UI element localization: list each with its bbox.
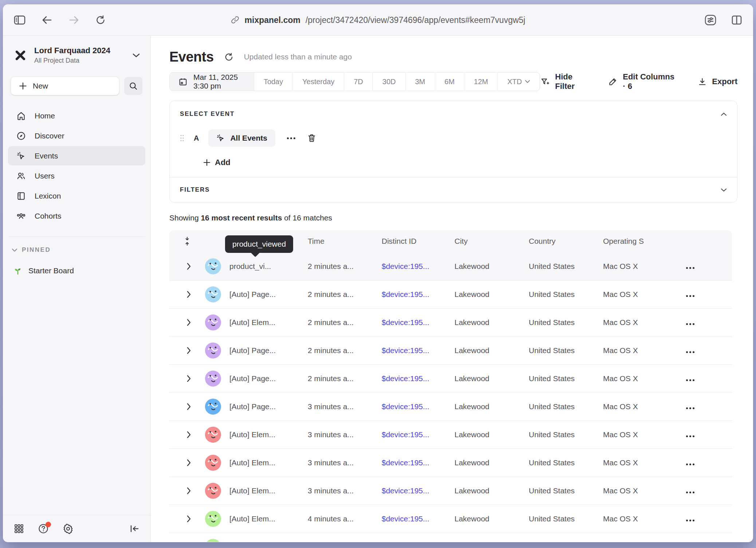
table-row[interactable] xyxy=(169,533,732,542)
apps-grid-icon[interactable] xyxy=(14,524,24,534)
range-7d[interactable]: 7D xyxy=(344,73,373,91)
notification-dot xyxy=(46,522,51,527)
table-row[interactable]: [Auto] Elem... 2 minutes a... $device:19… xyxy=(169,308,732,336)
back-button-icon[interactable] xyxy=(42,15,52,25)
sidebar-item-events[interactable]: Events xyxy=(8,146,145,165)
sidebar-item-home[interactable]: Home xyxy=(8,106,145,125)
cell-event: [Auto] Page... xyxy=(229,346,308,355)
row-actions-button[interactable] xyxy=(684,517,697,524)
row-actions-button[interactable] xyxy=(684,433,697,439)
chevron-down-icon xyxy=(525,80,530,83)
add-event-button[interactable]: Add xyxy=(203,158,231,167)
export-button[interactable]: Export xyxy=(698,77,737,86)
sidebar-item-lexicon[interactable]: Lexicon xyxy=(8,186,145,206)
expand-row-button[interactable] xyxy=(169,431,197,438)
expand-row-button[interactable] xyxy=(169,459,197,466)
col-header-country[interactable]: Country xyxy=(529,237,603,246)
cell-distinct-id[interactable]: $device:195... xyxy=(382,514,454,523)
pinned-item-starter-board[interactable]: Starter Board xyxy=(12,266,142,275)
collapse-rows-icon[interactable] xyxy=(169,236,197,246)
cell-distinct-id[interactable]: $device:195... xyxy=(382,402,454,411)
refresh-icon[interactable] xyxy=(224,52,234,62)
range-30d[interactable]: 30D xyxy=(373,73,406,91)
table-row[interactable]: [Auto] Page... 3 minutes a... $device:19… xyxy=(169,392,732,420)
table-row[interactable]: [Auto] Elem... 3 minutes a... $device:19… xyxy=(169,449,732,477)
col-header-city[interactable]: City xyxy=(454,237,529,246)
range-xtd[interactable]: XTD xyxy=(498,73,540,91)
expand-row-button[interactable] xyxy=(169,263,197,270)
row-actions-button[interactable] xyxy=(684,349,697,355)
table-row[interactable]: [Auto] Page... 2 minutes a... $device:19… xyxy=(169,280,732,308)
range-6m[interactable]: 6M xyxy=(435,73,465,91)
row-actions-button[interactable] xyxy=(684,265,697,271)
cell-distinct-id[interactable]: $device:195... xyxy=(382,318,454,327)
address-bar[interactable]: mixpanel.com/project/3472420/view/397469… xyxy=(231,15,525,25)
table-body: product_vi... 2 minutes a... $device:195… xyxy=(169,252,732,542)
cell-distinct-id[interactable]: $device:195... xyxy=(382,346,454,355)
cell-os: Mac OS X xyxy=(603,514,674,523)
range-today[interactable]: Today xyxy=(254,73,293,91)
sidebar-item-users[interactable]: Users xyxy=(8,166,145,185)
col-header-time[interactable]: Time xyxy=(308,237,382,246)
expand-row-button[interactable] xyxy=(169,347,197,354)
date-picker-button[interactable]: Mar 11, 2025 3:30 pm xyxy=(170,73,254,91)
row-actions-button[interactable] xyxy=(684,405,697,411)
sidebar-item-cohorts[interactable]: Cohorts xyxy=(8,206,145,226)
cohorts-icon xyxy=(16,211,26,221)
cell-distinct-id[interactable]: $device:195... xyxy=(382,374,454,383)
expand-row-button[interactable] xyxy=(169,487,197,494)
cell-distinct-id[interactable]: $device:195... xyxy=(382,430,454,439)
cell-distinct-id[interactable]: $device:195... xyxy=(382,458,454,467)
col-header-distinct-id[interactable]: Distinct ID xyxy=(382,237,454,246)
sidebar-toggle-icon[interactable] xyxy=(14,15,25,25)
table-row[interactable]: [Auto] Elem... 4 minutes a... $device:19… xyxy=(169,505,732,533)
expand-row-button[interactable] xyxy=(169,403,197,410)
pinned-header[interactable]: PINNED xyxy=(12,246,142,254)
expand-row-button[interactable] xyxy=(169,375,197,382)
edit-columns-button[interactable]: Edit Columns · 6 xyxy=(608,72,679,91)
event-selector-chip[interactable]: All Events xyxy=(208,129,275,147)
col-header-os[interactable]: Operating S xyxy=(603,237,674,246)
trash-icon[interactable] xyxy=(307,133,316,143)
split-view-icon[interactable] xyxy=(731,15,742,25)
range-12m[interactable]: 12M xyxy=(464,73,498,91)
sidebar-item-label: Lexicon xyxy=(35,192,61,200)
forward-button-icon[interactable] xyxy=(68,15,79,25)
reload-button-icon[interactable] xyxy=(95,15,106,25)
table-row[interactable]: [Auto] Page... 2 minutes a... $device:19… xyxy=(169,336,732,364)
more-options-button[interactable] xyxy=(285,135,298,141)
settings-gear-icon[interactable] xyxy=(63,523,74,534)
table-row[interactable]: [Auto] Elem... 3 minutes a... $device:19… xyxy=(169,477,732,505)
event-avatar xyxy=(205,483,221,499)
hide-filter-button[interactable]: Hide Filter xyxy=(540,72,589,91)
help-button[interactable] xyxy=(38,523,49,534)
chevron-up-icon[interactable] xyxy=(721,112,727,116)
cell-distinct-id[interactable]: $device:195... xyxy=(382,262,454,271)
table-row[interactable]: [Auto] Page... 2 minutes a... $device:19… xyxy=(169,364,732,392)
row-actions-button[interactable] xyxy=(684,461,697,467)
cell-city: Lakewood xyxy=(454,346,529,355)
row-actions-button[interactable] xyxy=(684,377,697,383)
range-3m[interactable]: 3M xyxy=(406,73,435,91)
expand-row-button[interactable] xyxy=(169,319,197,326)
row-actions-button[interactable] xyxy=(684,321,697,327)
expand-row-button[interactable] xyxy=(169,515,197,522)
row-actions-button[interactable] xyxy=(684,489,697,496)
range-yesterday[interactable]: Yesterday xyxy=(293,73,344,91)
drag-handle-icon[interactable] xyxy=(180,134,184,142)
search-button[interactable] xyxy=(124,77,142,95)
table-row[interactable]: [Auto] Elem... 3 minutes a... $device:19… xyxy=(169,420,732,449)
project-switcher[interactable]: Lord Farquaad 2024 All Project Data xyxy=(8,46,145,64)
page-settings-icon[interactable] xyxy=(704,14,717,26)
row-actions-button[interactable] xyxy=(684,293,697,299)
table-row[interactable]: product_vi... 2 minutes a... $device:195… xyxy=(169,252,732,280)
events-icon xyxy=(16,151,26,161)
cell-distinct-id[interactable]: $device:195... xyxy=(382,486,454,495)
collapse-sidebar-icon[interactable] xyxy=(129,524,139,533)
new-button[interactable]: New xyxy=(11,77,119,95)
cell-distinct-id[interactable]: $device:195... xyxy=(382,290,454,299)
project-scope: All Project Data xyxy=(34,57,126,64)
expand-row-button[interactable] xyxy=(169,291,197,298)
sidebar-item-discover[interactable]: Discover xyxy=(8,126,145,145)
chevron-down-icon[interactable] xyxy=(721,188,727,192)
